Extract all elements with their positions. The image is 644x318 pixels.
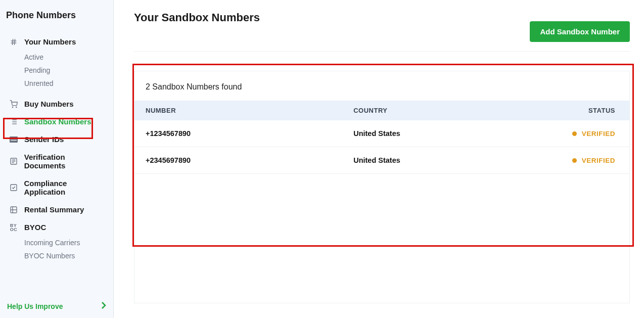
sandbox-numbers-table: NUMBER COUNTRY STATUS +1234567890 United… — [134, 101, 629, 174]
cart-icon — [9, 100, 18, 108]
col-header-country: COUNTRY — [342, 101, 530, 120]
status-dot-icon — [572, 158, 577, 163]
col-header-status: STATUS — [530, 101, 629, 120]
cell-number: +2345697890 — [134, 147, 342, 174]
sidebar-item-label: BYOC — [24, 223, 46, 232]
sidebar-sub-byoc-numbers[interactable]: BYOC Numbers — [0, 249, 113, 262]
svg-rect-13 — [11, 138, 13, 139]
sidebar: Phone Numbers Your Numbers Active Pendin… — [0, 0, 114, 318]
svg-point-5 — [16, 107, 17, 107]
chevron-right-icon — [101, 302, 106, 311]
cell-number: +1234567890 — [134, 120, 342, 147]
svg-rect-14 — [11, 140, 17, 140]
sidebar-item-label: Buy Numbers — [24, 100, 74, 108]
main-header: Your Sandbox Numbers Add Sandbox Number — [134, 9, 630, 52]
document-icon — [9, 157, 18, 165]
col-header-number: NUMBER — [134, 101, 342, 120]
status-text: VERIFIED — [582, 157, 615, 164]
svg-point-4 — [12, 107, 13, 107]
sidebar-footer-help[interactable]: Help Us Improve — [0, 295, 113, 318]
sidebar-item-label: Your Numbers — [24, 37, 76, 46]
sidebar-item-rental-summary[interactable]: Rental Summary — [0, 201, 113, 218]
sidebar-item-label: Sandbox Numbers — [24, 117, 91, 126]
sidebar-item-byoc[interactable]: BYOC BYOC — [0, 218, 113, 236]
sidebar-sub-pending[interactable]: Pending — [0, 64, 113, 77]
cell-status: VERIFIED — [530, 120, 629, 147]
sidebar-sub-active[interactable]: Active — [0, 51, 113, 64]
svg-rect-19 — [11, 185, 17, 191]
sidebar-nav: Your Numbers Active Pending Unrented Buy… — [0, 33, 113, 295]
main-content: Your Sandbox Numbers Add Sandbox Number … — [114, 0, 644, 318]
cell-country: United States — [342, 120, 530, 147]
results-summary: 2 Sandbox Numbers found — [134, 71, 629, 101]
sidebar-item-your-numbers[interactable]: Your Numbers — [0, 33, 113, 51]
sidebar-item-label: Verification Documents — [24, 153, 107, 170]
sidebar-item-label: Compliance Application — [24, 179, 107, 196]
table-row[interactable]: +2345697890 United States VERIFIED — [134, 147, 629, 174]
status-dot-icon — [572, 131, 577, 136]
sidebar-sub-incoming-carriers[interactable]: Incoming Carriers — [0, 236, 113, 249]
status-text: VERIFIED — [582, 130, 615, 138]
list-icon — [9, 118, 18, 126]
sidebar-sub-unrented[interactable]: Unrented — [0, 77, 113, 90]
id-icon — [9, 136, 18, 143]
cell-country: United States — [342, 147, 530, 174]
sidebar-item-compliance-application[interactable]: Compliance Application — [0, 174, 113, 201]
sidebar-item-sandbox-numbers[interactable]: Sandbox Numbers — [0, 113, 113, 130]
status-badge: VERIFIED — [572, 130, 615, 138]
cell-status: VERIFIED — [530, 147, 629, 174]
sidebar-item-label: Rental Summary — [24, 205, 84, 214]
sidebar-item-verification-documents[interactable]: Verification Documents — [0, 148, 113, 174]
add-sandbox-number-button[interactable]: Add Sandbox Number — [530, 21, 630, 42]
page-title: Your Sandbox Numbers — [134, 9, 260, 24]
sidebar-title: Phone Numbers — [0, 0, 113, 33]
svg-line-3 — [14, 39, 15, 45]
table-header-row: NUMBER COUNTRY STATUS — [134, 101, 629, 120]
compliance-icon — [9, 184, 18, 192]
svg-rect-12 — [10, 137, 18, 143]
status-badge: VERIFIED — [572, 157, 615, 164]
byoc-icon: BYOC — [9, 223, 18, 232]
table-row[interactable]: +1234567890 United States VERIFIED — [134, 120, 629, 147]
sandbox-numbers-card: 2 Sandbox Numbers found NUMBER COUNTRY S… — [134, 71, 630, 303]
sidebar-item-buy-numbers[interactable]: Buy Numbers — [0, 95, 113, 113]
sidebar-item-sender-ids[interactable]: Sender IDs — [0, 130, 113, 148]
sidebar-item-label: Sender IDs — [24, 135, 64, 144]
sidebar-footer-label: Help Us Improve — [7, 302, 63, 310]
hash-icon — [9, 38, 18, 46]
svg-line-2 — [12, 39, 13, 45]
summary-icon — [9, 206, 18, 214]
